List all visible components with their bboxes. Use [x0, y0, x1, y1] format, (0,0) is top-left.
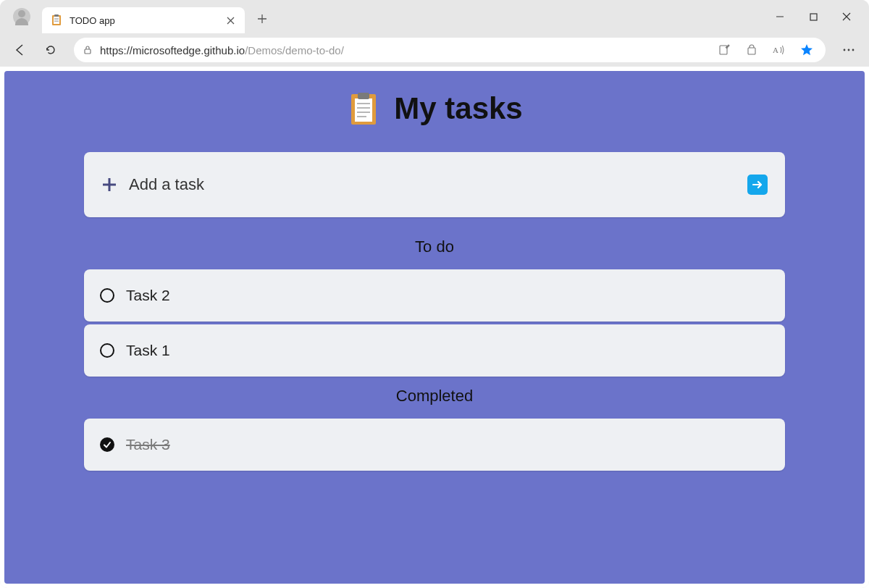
close-icon[interactable]: [224, 14, 236, 26]
task-checkbox[interactable]: [100, 288, 114, 303]
shopping-icon[interactable]: [742, 40, 762, 60]
window-controls: [763, 2, 863, 31]
clipboard-icon: [51, 14, 62, 26]
svg-text:A: A: [773, 46, 778, 54]
task-item: Task 2: [84, 269, 785, 322]
profile-avatar-icon[interactable]: [13, 8, 30, 25]
svg-rect-9: [748, 48, 755, 54]
back-button[interactable]: [7, 37, 33, 63]
task-checkbox[interactable]: [100, 343, 114, 358]
browser-window: TODO app: [0, 0, 869, 588]
svg-point-13: [852, 49, 855, 51]
task-checkbox-checked[interactable]: [100, 437, 114, 452]
browser-tab[interactable]: TODO app: [42, 7, 245, 33]
minimize-button[interactable]: [763, 2, 797, 31]
svg-rect-16: [358, 93, 369, 99]
tab-title: TODO app: [70, 15, 217, 26]
toolbar: https://microsoftedge.github.io/Demos/de…: [0, 33, 869, 67]
task-item: Task 1: [84, 324, 785, 377]
svg-point-11: [844, 49, 846, 51]
content-area: My tasks To do Task 2: [0, 67, 869, 588]
app-inner: My tasks To do Task 2: [80, 91, 789, 471]
task-item: Task 3: [84, 419, 785, 471]
page-title: My tasks: [84, 91, 785, 126]
svg-rect-6: [810, 14, 817, 20]
lock-icon: [83, 45, 93, 55]
submit-task-button[interactable]: [747, 175, 768, 195]
edit-icon[interactable]: [714, 40, 734, 60]
settings-menu-button[interactable]: [836, 37, 862, 63]
address-bar[interactable]: https://microsoftedge.github.io/Demos/de…: [74, 38, 826, 62]
todo-section-label: To do: [84, 238, 785, 256]
svg-point-12: [848, 49, 850, 51]
add-task-input[interactable]: [129, 175, 736, 194]
add-task-card: [84, 152, 785, 217]
svg-rect-1: [54, 17, 59, 24]
title-bar: TODO app: [0, 0, 869, 33]
clipboard-icon: [346, 91, 381, 126]
arrow-right-icon: [751, 178, 764, 191]
svg-rect-7: [85, 49, 91, 54]
favorite-star-icon[interactable]: [797, 40, 817, 60]
new-tab-button[interactable]: [251, 7, 274, 30]
refresh-button[interactable]: [38, 37, 64, 63]
svg-rect-15: [355, 98, 372, 122]
svg-rect-2: [54, 14, 59, 17]
check-icon: [103, 440, 112, 449]
app-viewport: My tasks To do Task 2: [4, 71, 865, 584]
maximize-button[interactable]: [797, 2, 830, 31]
task-label: Task 3: [126, 436, 170, 453]
read-aloud-icon[interactable]: A: [769, 40, 789, 60]
task-label: Task 1: [126, 342, 170, 359]
task-label: Task 2: [126, 287, 170, 304]
url-text: https://microsoftedge.github.io/Demos/de…: [100, 44, 707, 56]
plus-icon: [101, 177, 117, 193]
app-title-text: My tasks: [394, 91, 522, 126]
completed-section-label: Completed: [84, 387, 785, 406]
window-close-button[interactable]: [830, 2, 863, 31]
